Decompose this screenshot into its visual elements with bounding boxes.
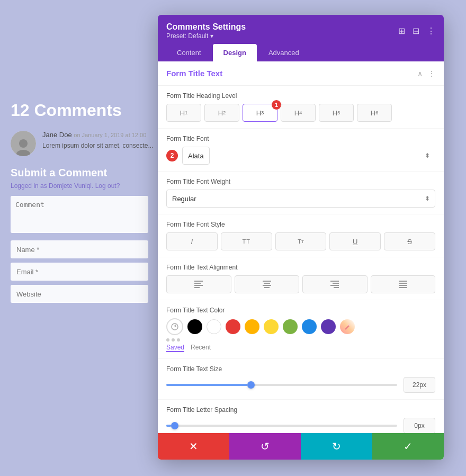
weight-label: Form Title Font Weight	[166, 178, 435, 185]
svg-rect-2	[194, 281, 203, 282]
spacing-slider[interactable]	[166, 420, 397, 431]
weight-select-wrapper: Regular Bold Light ⬍	[166, 190, 435, 208]
panel-preset[interactable]: Preset: Default ▾	[166, 32, 246, 40]
color-purple[interactable]	[321, 319, 336, 334]
svg-rect-13	[334, 287, 339, 288]
size-label: Form Title Text Size	[166, 365, 435, 373]
badge-1: 1	[272, 100, 281, 110]
align-justify[interactable]	[371, 275, 436, 293]
svg-rect-6	[263, 281, 271, 282]
panel-title: Comments Settings	[166, 22, 246, 32]
style-strikethrough[interactable]: S	[384, 232, 435, 250]
color-custom[interactable]	[340, 319, 355, 334]
tab-design[interactable]: Design	[213, 44, 257, 61]
email-input[interactable]	[11, 263, 148, 281]
align-left[interactable]	[166, 275, 231, 293]
color-swatches	[166, 318, 435, 335]
svg-rect-7	[264, 283, 270, 284]
svg-rect-8	[263, 285, 271, 286]
svg-point-18	[172, 324, 178, 330]
style-row: Form Title Font Style I TT TT U S	[158, 214, 444, 257]
svg-rect-17	[399, 287, 407, 288]
svg-rect-12	[330, 285, 339, 286]
panel-title-area: Comments Settings Preset: Default ▾	[166, 22, 246, 40]
comment-author: Jane Doe on January 1, 2019 at 12:00	[42, 131, 154, 139]
align-right[interactable]	[302, 275, 368, 293]
color-blue[interactable]	[302, 319, 317, 334]
color-red[interactable]	[226, 319, 240, 334]
tab-advanced[interactable]: Advanced	[258, 44, 310, 61]
saved-tab[interactable]: Saved	[166, 344, 184, 352]
submit-title: Submit a Comment	[11, 167, 154, 179]
comment-textarea[interactable]	[11, 196, 148, 233]
more-icon[interactable]: ⋮	[427, 26, 435, 36]
recent-tab[interactable]: Recent	[191, 344, 211, 352]
panel-header-icons: ⊞ ⊟ ⋮	[398, 26, 435, 36]
heading-level-row: Form Title Heading Level H1 H2 H3 1 H4 H…	[158, 86, 444, 129]
section-header: Form Title Text ∧ ⋮	[158, 61, 444, 86]
website-input[interactable]	[11, 285, 148, 303]
spacing-label: Form Title Letter Spacing	[166, 406, 435, 414]
size-value[interactable]: 22px	[404, 377, 435, 393]
weight-select[interactable]: Regular Bold Light	[166, 190, 435, 208]
submit-section: Submit a Comment Logged in as Domjete Vu…	[11, 167, 154, 303]
cancel-button[interactable]: ✕	[158, 433, 229, 460]
color-tabs: Saved Recent	[166, 344, 435, 352]
spacing-slider-row: 0px	[166, 418, 435, 433]
redo-button[interactable]: ↻	[301, 433, 372, 460]
heading-btn-h6[interactable]: H6	[357, 104, 392, 122]
style-italic[interactable]: I	[166, 232, 218, 250]
comments-count: 12 Comments	[11, 101, 154, 120]
weight-row: Form Title Font Weight Regular Bold Ligh…	[158, 172, 444, 214]
panel-footer: ✕ ↺ ↻ ✓	[158, 433, 444, 460]
font-label: Form Title Font	[166, 135, 435, 142]
save-button[interactable]: ✓	[372, 433, 444, 460]
font-select-arrow: ⬍	[425, 152, 430, 159]
badge-2: 2	[166, 150, 178, 161]
heading-btn-h2[interactable]: H2	[204, 104, 239, 122]
panel-tabs: Content Design Advanced	[166, 44, 435, 61]
svg-rect-3	[194, 283, 201, 284]
style-buttons: I TT TT U S	[166, 232, 435, 250]
size-slider[interactable]	[166, 380, 397, 390]
heading-btn-h4[interactable]: H4	[281, 104, 316, 122]
align-center[interactable]	[235, 275, 300, 293]
spacing-value[interactable]: 0px	[404, 418, 435, 433]
section-title: Form Title Text	[166, 69, 222, 78]
avatar	[11, 131, 36, 156]
comment-text-area: Jane Doe on January 1, 2019 at 12:00 Lor…	[42, 131, 154, 156]
color-yellow[interactable]	[264, 319, 279, 334]
name-input[interactable]	[11, 240, 148, 258]
heading-btn-h3[interactable]: H3 1	[243, 104, 277, 122]
heading-btn-h1[interactable]: H1	[166, 104, 201, 122]
style-underline[interactable]: U	[329, 232, 381, 250]
comment-body: Lorem ipsum dolor sit amet, consecte...	[42, 141, 154, 150]
spacing-row: Form Title Letter Spacing 0px	[158, 400, 444, 433]
tab-content[interactable]: Content	[166, 44, 212, 61]
dot-2	[172, 338, 175, 342]
style-smallcaps[interactable]: TT	[275, 232, 327, 250]
color-picker-button[interactable]	[166, 318, 183, 335]
collapse-icon[interactable]: ∧	[417, 69, 423, 78]
color-amber[interactable]	[245, 319, 259, 334]
heading-buttons: H1 H2 H3 1 H4 H5 H6	[166, 104, 435, 122]
font-select[interactable]: Alata	[182, 147, 210, 165]
section-options-icon[interactable]: ⋮	[428, 69, 435, 78]
dot-3	[177, 338, 180, 342]
settings-panel: Comments Settings Preset: Default ▾ ⊞ ⊟ …	[158, 15, 444, 460]
svg-rect-5	[194, 287, 200, 288]
heading-btn-h5[interactable]: H5	[319, 104, 354, 122]
page-left-content: 12 Comments Jane Doe on January 1, 2019 …	[0, 0, 164, 476]
reset-button[interactable]: ↺	[229, 433, 301, 460]
svg-rect-11	[333, 283, 339, 284]
dots-row	[166, 338, 435, 342]
comment-item: Jane Doe on January 1, 2019 at 12:00 Lor…	[11, 131, 154, 156]
style-uppercase[interactable]: TT	[221, 232, 272, 250]
color-white[interactable]	[207, 319, 221, 334]
split-icon[interactable]: ⊟	[413, 26, 419, 36]
heading-level-label: Form Title Heading Level	[166, 92, 435, 100]
color-green[interactable]	[283, 319, 298, 334]
fullscreen-icon[interactable]: ⊞	[398, 26, 405, 36]
align-buttons	[166, 275, 435, 293]
color-black[interactable]	[187, 319, 202, 334]
